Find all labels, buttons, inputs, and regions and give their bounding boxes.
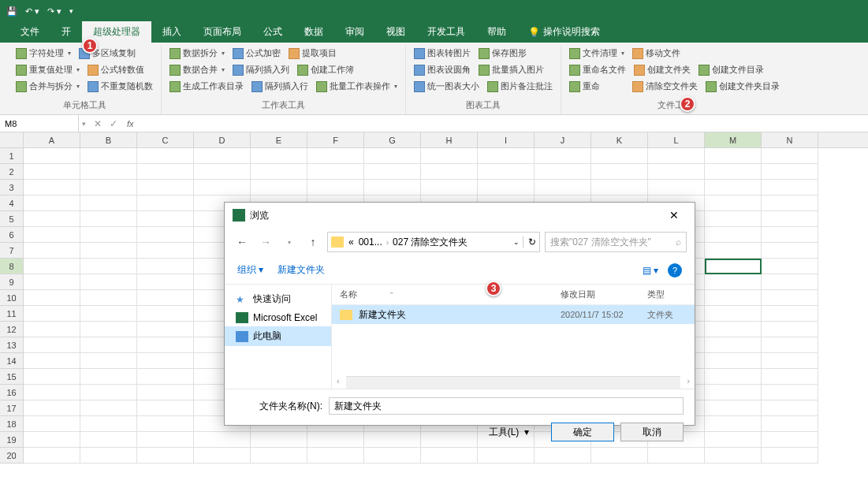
cell[interactable] — [137, 164, 194, 180]
cell[interactable] — [705, 337, 762, 353]
file-row[interactable]: 新建文件夹 2020/11/7 15:02 文件夹 — [332, 305, 695, 324]
cell[interactable] — [705, 306, 762, 322]
cell[interactable] — [762, 290, 818, 306]
row-4[interactable]: 4 — [0, 196, 24, 211]
cell[interactable] — [648, 164, 705, 180]
cell[interactable] — [364, 448, 421, 464]
cell[interactable] — [762, 196, 818, 211]
row-19[interactable]: 19 — [0, 432, 24, 448]
h-scrollbar[interactable] — [346, 376, 681, 389]
row-6[interactable]: 6 — [0, 227, 24, 243]
btn-chart-pic[interactable]: 图表转图片 — [411, 46, 474, 61]
col-H[interactable]: H — [421, 132, 478, 147]
ok-button[interactable]: 确定 — [551, 423, 614, 441]
fx-label[interactable]: fx — [122, 119, 139, 128]
col-F[interactable]: F — [307, 132, 364, 147]
cell[interactable] — [648, 448, 705, 464]
cell[interactable] — [535, 180, 591, 196]
cell[interactable] — [705, 196, 762, 211]
cell[interactable] — [251, 164, 307, 180]
cell[interactable] — [24, 416, 80, 432]
tab-data[interactable]: 数据 — [293, 21, 334, 43]
cell[interactable] — [762, 243, 818, 259]
cell[interactable] — [137, 274, 194, 290]
cell[interactable] — [648, 180, 705, 196]
cell[interactable] — [80, 448, 137, 464]
btn-no-dup-rand[interactable]: 不重复随机数 — [84, 79, 156, 94]
col-type[interactable]: 类型 — [647, 289, 687, 300]
cell[interactable] — [24, 385, 80, 400]
help-icon[interactable]: ? — [668, 263, 682, 277]
cell[interactable] — [24, 164, 80, 180]
cell[interactable] — [705, 259, 762, 274]
cell[interactable] — [24, 227, 80, 243]
cell[interactable] — [705, 448, 762, 464]
cell[interactable] — [251, 148, 307, 164]
btn-col-to-num[interactable]: 公式转数值 — [84, 62, 147, 77]
cell[interactable] — [705, 164, 762, 180]
cell[interactable] — [80, 211, 137, 227]
btn-clear-empty[interactable]: 清除空文件夹 — [629, 79, 701, 94]
cell[interactable] — [762, 385, 818, 400]
cell[interactable] — [137, 369, 194, 385]
cell[interactable] — [591, 448, 648, 464]
cell[interactable] — [80, 274, 137, 290]
col-D[interactable]: D — [194, 132, 251, 147]
qat-more-icon[interactable]: ▾ — [69, 7, 73, 15]
btn-alt-ins-col[interactable]: 隔列插入行 — [248, 79, 311, 94]
btn-create-folder[interactable]: 创建文件夹 — [631, 62, 694, 77]
cell[interactable] — [251, 180, 307, 196]
cell[interactable] — [762, 227, 818, 243]
folder-name-input[interactable] — [329, 397, 684, 415]
btn-data-merge[interactable]: 数据合并▾ — [166, 62, 228, 77]
cell[interactable] — [80, 290, 137, 306]
cell[interactable] — [24, 290, 80, 306]
cell[interactable] — [762, 274, 818, 290]
cell[interactable] — [535, 448, 591, 464]
btn-create-folder-dir[interactable]: 创建文件夹目录 — [702, 79, 783, 94]
name-box[interactable]: M8 — [0, 115, 79, 132]
row-15[interactable]: 15 — [0, 369, 24, 385]
cell[interactable] — [24, 306, 80, 322]
tab-file[interactable]: 文件 — [9, 21, 50, 43]
tab-start[interactable]: 开 — [50, 21, 82, 43]
col-A[interactable]: A — [24, 132, 80, 147]
btn-batch-ws[interactable]: 批量工作表操作▾ — [313, 79, 400, 94]
cell[interactable] — [421, 180, 478, 196]
cell[interactable] — [137, 290, 194, 306]
cell[interactable] — [137, 322, 194, 337]
sidebar-item-pc[interactable]: 此电脑 — [225, 326, 331, 346]
tab-view[interactable]: 视图 — [375, 21, 416, 43]
cell[interactable] — [24, 322, 80, 337]
row-3[interactable]: 3 — [0, 180, 24, 196]
new-folder-button[interactable]: 新建文件夹 — [278, 263, 325, 277]
tools-menu[interactable]: 工具(L) ▾ — [489, 426, 529, 439]
cell[interactable] — [307, 148, 364, 164]
cell[interactable] — [364, 148, 421, 164]
cell[interactable] — [478, 164, 535, 180]
close-icon[interactable]: ✕ — [661, 204, 687, 226]
cell[interactable] — [705, 369, 762, 385]
cell[interactable] — [762, 448, 818, 464]
btn-fml-encrypt[interactable]: 公式加密 — [229, 46, 284, 61]
cell[interactable] — [137, 180, 194, 196]
cancel-button[interactable]: 取消 — [620, 423, 684, 441]
cell[interactable] — [478, 148, 535, 164]
cell[interactable] — [137, 306, 194, 322]
cell[interactable] — [705, 290, 762, 306]
cell[interactable] — [307, 164, 364, 180]
cell[interactable] — [194, 164, 251, 180]
cell[interactable] — [137, 416, 194, 432]
cell[interactable] — [705, 416, 762, 432]
cell[interactable] — [137, 432, 194, 448]
row-17[interactable]: 17 — [0, 400, 24, 416]
sidebar-item-excel[interactable]: Microsoft Excel — [225, 309, 331, 326]
namebox-dropdown-icon[interactable]: ▾ — [79, 120, 89, 128]
row-16[interactable]: 16 — [0, 385, 24, 400]
cell[interactable] — [80, 385, 137, 400]
col-N[interactable]: N — [762, 132, 818, 147]
btn-merge-split[interactable]: 合并与拆分▾ — [13, 79, 83, 94]
cell[interactable] — [80, 353, 137, 369]
row-20[interactable]: 20 — [0, 448, 24, 464]
tab-formula[interactable]: 公式 — [252, 21, 293, 43]
